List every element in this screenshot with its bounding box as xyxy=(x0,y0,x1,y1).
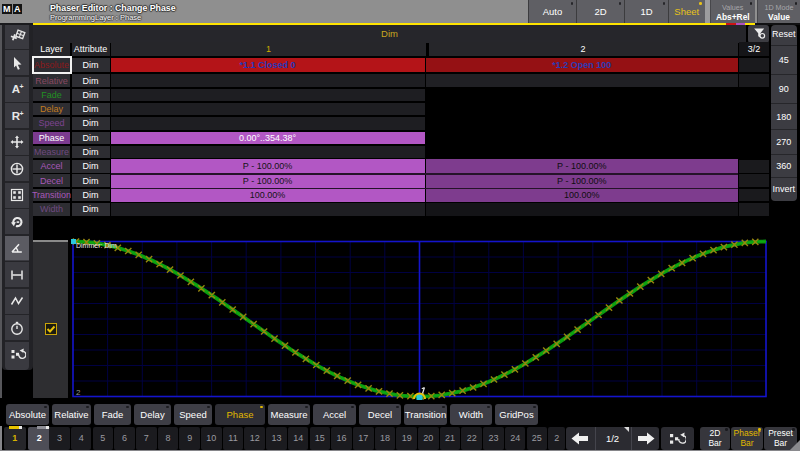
svg-text:+: + xyxy=(19,83,23,90)
svg-text:+: + xyxy=(19,109,23,116)
